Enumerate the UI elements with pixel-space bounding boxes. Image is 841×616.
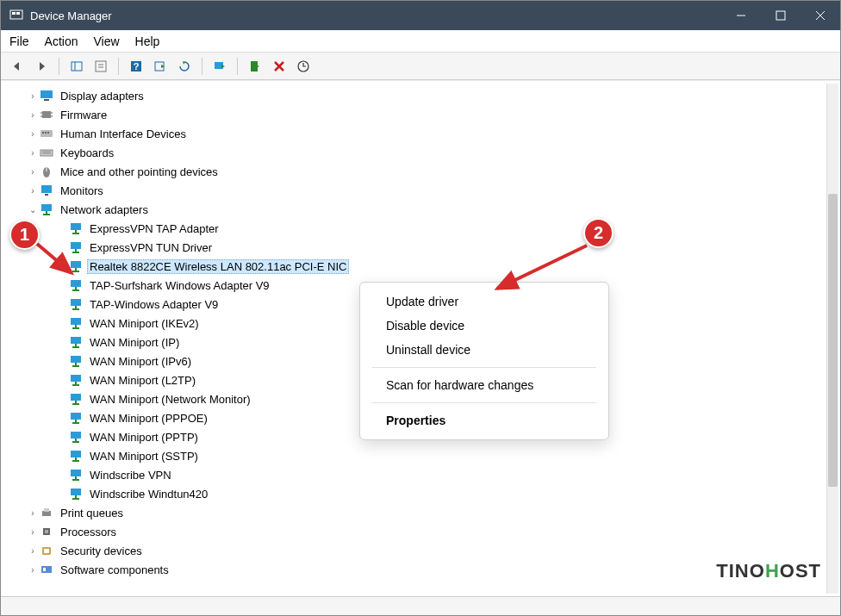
category-icon bbox=[39, 88, 54, 103]
tree-category[interactable]: ›Processors bbox=[27, 522, 840, 541]
svg-rect-62 bbox=[71, 356, 81, 363]
svg-rect-4 bbox=[776, 11, 785, 20]
chevron-right-icon[interactable]: › bbox=[27, 527, 39, 537]
tree-category[interactable]: ›Keyboards bbox=[27, 143, 840, 162]
svg-rect-7 bbox=[72, 62, 82, 71]
svg-rect-91 bbox=[44, 549, 49, 553]
chevron-right-icon[interactable]: › bbox=[27, 508, 39, 518]
tree-device-label: WAN Miniport (IP) bbox=[87, 335, 182, 350]
close-button[interactable] bbox=[801, 1, 840, 30]
back-button[interactable] bbox=[8, 57, 27, 76]
tree-device[interactable]: Windscribe Windtun420 bbox=[68, 484, 840, 503]
minimize-button[interactable] bbox=[721, 1, 761, 30]
svg-rect-20 bbox=[40, 90, 53, 98]
refresh-button[interactable] bbox=[175, 57, 194, 76]
chevron-right-icon[interactable]: › bbox=[27, 110, 39, 120]
svg-text:?: ? bbox=[134, 61, 140, 72]
chevron-right-icon[interactable]: › bbox=[27, 565, 39, 575]
tree-category-label: Print queues bbox=[58, 506, 126, 520]
help-button[interactable]: ? bbox=[127, 57, 146, 76]
tree-category[interactable]: ›Firmware bbox=[27, 105, 840, 124]
svg-rect-68 bbox=[71, 394, 81, 401]
menu-help[interactable]: Help bbox=[135, 34, 160, 48]
tree-category-label: Monitors bbox=[58, 184, 106, 198]
window-controls bbox=[721, 1, 840, 30]
category-icon bbox=[39, 145, 54, 160]
network-adapter-icon bbox=[68, 372, 84, 388]
scrollbar-thumb[interactable] bbox=[828, 194, 838, 487]
svg-line-95 bbox=[497, 246, 587, 289]
properties-button[interactable] bbox=[91, 57, 110, 76]
window-title: Device Manager bbox=[30, 9, 721, 22]
menu-action[interactable]: Action bbox=[45, 34, 78, 48]
update-driver-button[interactable] bbox=[210, 57, 229, 76]
chevron-right-icon[interactable]: › bbox=[27, 167, 39, 177]
maximize-button[interactable] bbox=[761, 1, 801, 30]
uninstall-device-button[interactable] bbox=[270, 57, 289, 76]
watermark: TINOHOST bbox=[716, 560, 821, 582]
chevron-right-icon[interactable]: › bbox=[27, 148, 39, 158]
category-icon bbox=[39, 126, 54, 141]
tree-category-label: Mice and other pointing devices bbox=[58, 165, 221, 179]
forward-button[interactable] bbox=[32, 57, 51, 76]
svg-rect-77 bbox=[71, 451, 81, 457]
network-adapter-icon bbox=[68, 391, 84, 407]
action-button[interactable] bbox=[151, 57, 170, 76]
context-properties[interactable]: Properties bbox=[360, 408, 608, 432]
vertical-scrollbar[interactable] bbox=[826, 84, 838, 594]
network-adapter-icon bbox=[68, 429, 84, 445]
network-adapter-icon bbox=[68, 486, 84, 501]
svg-rect-87 bbox=[44, 508, 49, 512]
tree-device-label: TAP-Windows Adapter V9 bbox=[87, 297, 221, 312]
tree-device[interactable]: Windscribe VPN bbox=[68, 465, 840, 484]
tree-category-label: Software components bbox=[58, 563, 171, 577]
scan-hardware-button[interactable] bbox=[294, 57, 313, 76]
network-adapter-icon bbox=[68, 467, 84, 482]
tree-category[interactable]: ›Mice and other pointing devices bbox=[27, 162, 840, 181]
toolbar-sep bbox=[59, 58, 59, 75]
svg-rect-65 bbox=[71, 375, 81, 382]
chevron-right-icon[interactable]: › bbox=[27, 546, 39, 556]
network-adapter-icon bbox=[68, 296, 84, 312]
show-hide-console-tree-button[interactable] bbox=[67, 57, 86, 76]
tree-category[interactable]: ›Print queues bbox=[27, 503, 840, 522]
chevron-right-icon[interactable]: › bbox=[27, 186, 39, 196]
svg-rect-74 bbox=[71, 432, 81, 439]
watermark-prefix: TINO bbox=[716, 560, 765, 582]
context-scan-hardware[interactable]: Scan for hardware changes bbox=[360, 373, 608, 397]
tree-device-label: TAP-Surfshark Windows Adapter V9 bbox=[87, 278, 272, 293]
menu-view[interactable]: View bbox=[93, 34, 119, 48]
context-disable-device[interactable]: Disable device bbox=[360, 314, 608, 338]
tree-category[interactable]: ›Monitors bbox=[27, 181, 840, 200]
tree-device[interactable]: WAN Miniport (SSTP) bbox=[68, 446, 840, 465]
tree-category[interactable]: ›Security devices bbox=[27, 541, 840, 560]
toolbar-sep bbox=[237, 58, 238, 75]
chevron-right-icon[interactable]: › bbox=[27, 91, 39, 101]
enable-device-button[interactable] bbox=[246, 57, 265, 76]
network-adapter-icon bbox=[68, 448, 84, 464]
svg-rect-71 bbox=[71, 413, 81, 420]
tree-category-label: Human Interface Devices bbox=[58, 127, 189, 141]
svg-rect-30 bbox=[47, 132, 49, 134]
menu-file[interactable]: File bbox=[9, 34, 29, 48]
tree-device[interactable]: ExpressVPN TUN Driver bbox=[68, 238, 840, 257]
network-adapter-icon bbox=[68, 410, 84, 426]
tree-device-label: Windscribe VPN bbox=[87, 468, 174, 482]
network-adapter-icon bbox=[68, 221, 84, 236]
tree-category-label: Network adapters bbox=[58, 202, 151, 217]
tree-device-label: Realtek 8822CE Wireless LAN 802.11ac PCI… bbox=[87, 259, 349, 274]
context-sep bbox=[372, 402, 596, 403]
tree-device[interactable]: ExpressVPN TAP Adapter bbox=[68, 219, 840, 238]
chevron-down-icon[interactable]: ⌄ bbox=[27, 205, 39, 215]
category-icon bbox=[39, 562, 54, 577]
watermark-suffix: OST bbox=[780, 560, 821, 582]
tree-category[interactable]: ⌄Network adapters bbox=[27, 200, 840, 219]
chevron-right-icon[interactable]: › bbox=[27, 129, 39, 139]
category-icon bbox=[39, 164, 54, 179]
context-uninstall-device[interactable]: Uninstall device bbox=[360, 338, 608, 362]
callout-1: 1 bbox=[9, 220, 40, 250]
category-icon bbox=[39, 505, 54, 520]
tree-category[interactable]: ›Display adapters bbox=[27, 86, 840, 105]
tree-device[interactable]: Realtek 8822CE Wireless LAN 802.11ac PCI… bbox=[68, 257, 840, 276]
tree-category[interactable]: ›Human Interface Devices bbox=[27, 124, 840, 143]
